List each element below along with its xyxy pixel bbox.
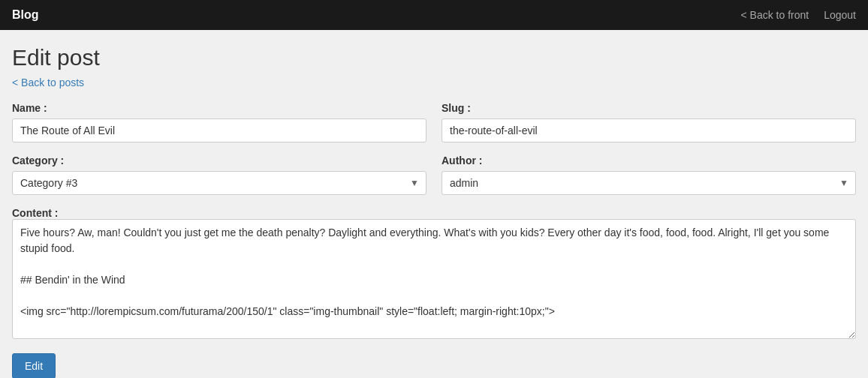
author-select-wrapper: admin ▼ [442, 171, 856, 195]
category-label: Category : [12, 154, 426, 166]
content-label: Content : [12, 207, 58, 219]
content-textarea[interactable] [12, 219, 856, 339]
page-title: Edit post [12, 45, 856, 70]
category-group: Category : Category #1 Category #2 Categ… [12, 154, 426, 195]
category-select-wrapper: Category #1 Category #2 Category #3 Cate… [12, 171, 426, 195]
slug-input[interactable] [442, 118, 856, 142]
navbar-right: < Back to front Logout [741, 9, 857, 21]
slug-label: Slug : [442, 102, 856, 114]
category-author-row: Category : Category #1 Category #2 Categ… [12, 154, 856, 195]
name-slug-row: Name : Slug : [12, 102, 856, 142]
name-input[interactable] [12, 118, 426, 142]
back-to-posts-link[interactable]: < Back to posts [12, 76, 84, 88]
edit-button[interactable]: Edit [12, 353, 56, 378]
logout-link[interactable]: Logout [824, 9, 856, 21]
content-section: Content : [12, 207, 856, 341]
author-label: Author : [442, 154, 856, 166]
navbar: Blog < Back to front Logout [0, 0, 868, 30]
name-label: Name : [12, 102, 426, 114]
main-content: Edit post < Back to posts Name : Slug : … [0, 30, 868, 378]
slug-group: Slug : [442, 102, 856, 142]
author-select[interactable]: admin [442, 171, 856, 195]
name-group: Name : [12, 102, 426, 142]
author-group: Author : admin ▼ [442, 154, 856, 195]
back-to-front-link[interactable]: < Back to front [741, 9, 809, 21]
category-select[interactable]: Category #1 Category #2 Category #3 Cate… [12, 171, 426, 195]
navbar-brand: Blog [12, 8, 39, 22]
